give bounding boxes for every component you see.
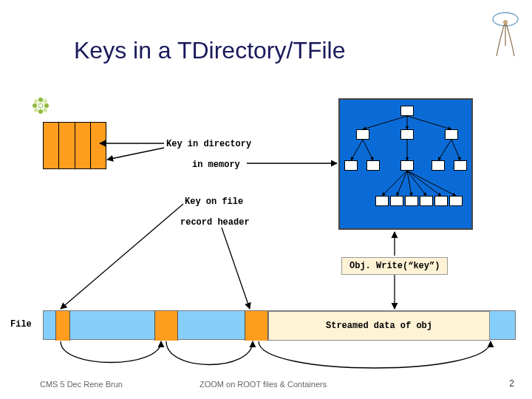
tree-node [400,106,414,116]
svg-point-5 [43,108,47,112]
decorative-figure-icon [489,10,522,62]
tree-node [400,160,414,171]
tree-node [420,196,433,206]
tree-node [432,160,445,171]
svg-line-21 [407,171,412,196]
svg-point-1 [44,103,49,108]
svg-line-18 [451,140,460,160]
object-tree-panel [338,98,473,230]
svg-line-24 [407,171,456,196]
tree-node [454,160,467,171]
svg-line-22 [407,171,426,196]
label-obj-write: Obj. Write(“key”) [341,257,448,275]
slide-title: Keys in a TDirectory/TFile [74,37,346,64]
svg-line-23 [407,171,441,196]
svg-line-29 [61,204,183,309]
tree-node [434,196,448,206]
footer-center: ZOOM on ROOT files & Containers [200,380,327,389]
svg-point-4 [43,99,47,103]
slide: Keys in a TDirectory/TFile Key in direct… [0,0,532,399]
svg-line-15 [363,140,373,160]
file-bar: Streamed data of obj [43,310,516,340]
tree-node [449,196,463,206]
svg-point-10 [503,20,508,24]
streamed-data-segment: Streamed data of obj [268,311,490,341]
directory-key-slot [91,123,106,168]
svg-line-13 [407,116,451,129]
tree-node [400,129,414,140]
tree-node [344,160,358,171]
streamed-label: Streamed data of obj [326,321,432,331]
svg-line-11 [363,116,407,129]
tree-node [375,196,389,206]
file-record-segment [55,311,70,341]
directory-box [43,122,106,169]
svg-line-19 [382,171,407,196]
file-record-segment [154,311,178,341]
label-key-in-directory: Key in directory [166,139,251,149]
label-in-memory: in memory [192,160,240,170]
directory-key-slot [44,123,59,168]
tree-node [390,196,403,206]
bullet-flower-icon [31,96,50,115]
svg-point-8 [38,103,43,108]
footer-page-number: 2 [509,378,514,389]
tree-node [356,129,369,140]
svg-point-6 [34,108,38,112]
svg-line-26 [107,148,164,160]
file-label: File [10,319,32,330]
svg-point-0 [38,98,43,102]
tree-node [366,160,380,171]
svg-line-17 [438,140,451,160]
tree-node [405,196,418,206]
svg-point-7 [34,99,38,103]
label-record-header: record header [180,217,250,228]
svg-point-3 [33,103,37,108]
directory-key-slot [75,123,91,168]
svg-line-28 [222,228,250,309]
label-key-on-file: Key on file [185,197,243,207]
tree-node [445,129,458,140]
svg-point-2 [38,109,43,114]
footer-left: CMS 5 Dec Rene Brun [40,380,123,389]
directory-key-slot [59,123,75,168]
svg-line-14 [351,140,363,160]
svg-line-20 [397,171,407,196]
file-record-segment [245,311,268,341]
